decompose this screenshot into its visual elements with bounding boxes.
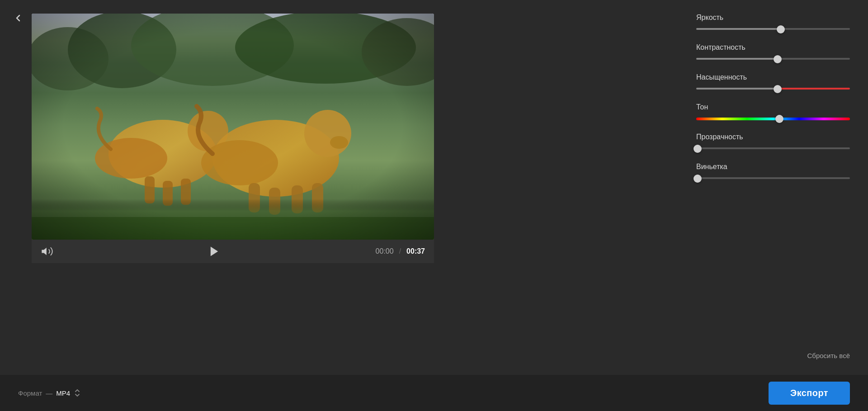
format-arrows-icon [74, 388, 81, 397]
transparency-slider-wrap [696, 147, 850, 150]
current-time: 00:00 [376, 247, 394, 255]
svg-rect-22 [32, 14, 434, 240]
total-time: 00:37 [406, 247, 425, 255]
video-content [32, 14, 434, 240]
hue-group: Тон [696, 103, 850, 120]
brightness-slider-wrap [696, 28, 850, 31]
volume-button[interactable] [41, 245, 53, 258]
format-dropdown-button[interactable] [74, 388, 81, 397]
brightness-thumb[interactable] [777, 25, 785, 33]
format-dash: — [46, 389, 52, 397]
contrast-thumb[interactable] [774, 55, 782, 63]
brightness-group: Яркость [696, 14, 850, 31]
hue-slider-wrap [696, 118, 850, 120]
svg-marker-23 [42, 248, 47, 255]
vignette-label: Виньетка [696, 163, 850, 171]
reset-all-button[interactable]: Сбросить всё [807, 350, 850, 361]
controls-bar: 00:00 / 00:37 [32, 240, 434, 263]
right-panel: Яркость Контрастность Насыщенность [678, 0, 868, 375]
brightness-track [696, 28, 850, 30]
vignette-track [696, 177, 850, 179]
vignette-slider-wrap [696, 177, 850, 180]
hue-track [696, 118, 850, 120]
transparency-group: Прозрачность [696, 133, 850, 150]
saturation-slider-wrap [696, 88, 850, 90]
bottom-bar: Формат — MP4 Экспорт [0, 375, 868, 411]
saturation-group: Насыщенность [696, 73, 850, 90]
time-separator: / [399, 247, 401, 255]
contrast-group: Контрастность [696, 43, 850, 61]
contrast-slider-wrap [696, 58, 850, 61]
back-button[interactable] [10, 10, 26, 26]
svg-marker-24 [211, 247, 218, 256]
contrast-track [696, 58, 850, 60]
format-value: MP4 [56, 389, 70, 397]
hue-label: Тон [696, 103, 850, 111]
play-button[interactable] [208, 245, 221, 258]
format-selector: Формат — MP4 [18, 388, 81, 397]
transparency-thumb[interactable] [693, 145, 702, 153]
transparency-label: Прозрачность [696, 133, 850, 141]
video-container: 00:00 / 00:37 [32, 14, 669, 375]
format-label: Формат [18, 389, 42, 397]
saturation-label: Насыщенность [696, 73, 850, 81]
vignette-thumb[interactable] [693, 175, 702, 183]
vignette-group: Виньетка [696, 163, 850, 180]
video-frame [32, 14, 434, 240]
video-player [32, 14, 434, 240]
saturation-thumb[interactable] [774, 85, 782, 93]
time-display: 00:00 / 00:37 [376, 247, 425, 255]
transparency-track [696, 147, 850, 149]
hue-thumb[interactable] [775, 115, 783, 123]
play-icon [208, 245, 221, 258]
saturation-track [696, 88, 850, 90]
left-panel: 00:00 / 00:37 [0, 0, 678, 375]
contrast-label: Контрастность [696, 43, 850, 52]
volume-icon [41, 245, 53, 258]
brightness-label: Яркость [696, 14, 850, 22]
export-button[interactable]: Экспорт [769, 382, 850, 405]
